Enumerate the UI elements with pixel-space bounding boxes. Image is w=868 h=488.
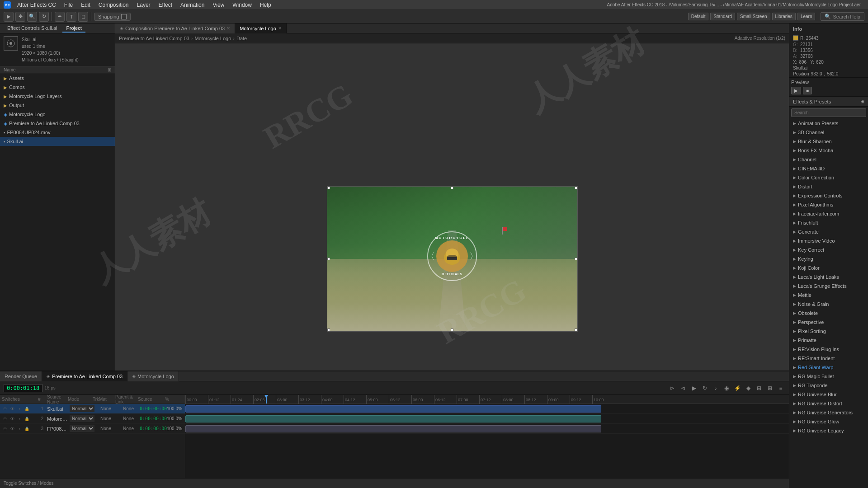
preset-learn[interactable]: Learn — [797, 13, 816, 20]
tl-btn-workarea[interactable]: ⊟ — [755, 384, 764, 393]
menu-layer[interactable]: Layer — [133, 1, 154, 9]
effect-category-20[interactable]: ▶Noise & Grain — [789, 300, 868, 309]
tool-move[interactable]: ✥ — [15, 12, 25, 22]
snapping-checkbox[interactable] — [121, 14, 127, 19]
layer-row-2[interactable]: ☉ 👁 ♪ 🔒 2 Motorcyclo Logo Normal None No… — [0, 414, 185, 424]
effect-category-21[interactable]: ▶Obsolete — [789, 309, 868, 318]
tl-tab-premiere[interactable]: ◈ Premiere to Ae Linked Comp 03 — [42, 371, 127, 381]
tool-text[interactable]: T — [66, 12, 76, 22]
timecode-display[interactable]: 0:00:01:18 — [4, 384, 42, 392]
effect-category-31[interactable]: ▶RG Universe Distort — [789, 399, 868, 408]
layer-1-mode-select[interactable]: Normal — [70, 405, 94, 412]
comp-tab-ml-label[interactable]: Motorcycle Logo — [240, 26, 276, 31]
comp-tab-ml[interactable]: Motorcycle Logo ✕ — [235, 23, 287, 33]
layer-1-audio[interactable]: ♪ — [16, 406, 23, 412]
effects-expand-icon[interactable]: ⊞ — [860, 99, 864, 104]
preset-smallscreen[interactable]: Small Screen — [737, 13, 770, 20]
tl-btn-cache[interactable]: ⚡ — [733, 384, 742, 393]
layer-1-lock[interactable]: 🔒 — [24, 406, 30, 412]
effect-category-23[interactable]: ▶Pixel Sorting — [789, 327, 868, 336]
layer-3-mode-select[interactable]: Normal — [70, 425, 94, 432]
layer-3-solo[interactable]: ☉ — [2, 426, 8, 432]
effect-category-5[interactable]: ▶CINEMA 4D — [789, 164, 868, 173]
layer-2-video[interactable]: 👁 — [9, 416, 15, 422]
tl-tab-render[interactable]: Render Queue — [0, 371, 42, 381]
effect-category-25[interactable]: ▶RE:Vision Plug-ins — [789, 345, 868, 354]
tool-pen[interactable]: ✒ — [55, 12, 65, 22]
effect-category-26[interactable]: ▶RE:Smart Indent — [789, 354, 868, 363]
comp-tab-premiere-label[interactable]: Composition Premiere to Ae Linked Comp 0… — [125, 26, 225, 31]
menu-help[interactable]: Help — [256, 1, 275, 9]
effect-category-32[interactable]: ▶RG Universe Generators — [789, 408, 868, 417]
effect-category-1[interactable]: ▶3D Channel — [789, 128, 868, 137]
effect-category-6[interactable]: ▶Color Correction — [789, 173, 868, 182]
menu-ae[interactable]: After Effects CC — [14, 1, 60, 9]
tl-tab-ml[interactable]: ◈ Motorcycle Logo — [127, 371, 179, 381]
menu-window[interactable]: Window — [229, 1, 255, 9]
effect-category-7[interactable]: ▶Distort — [789, 182, 868, 191]
tree-expand-icon[interactable]: ⊞ — [108, 67, 111, 72]
handle-ml[interactable] — [327, 258, 330, 260]
effect-category-2[interactable]: ▶Blur & Sharpen — [789, 137, 868, 146]
tl-btn-play-pause[interactable]: ▶ — [689, 384, 698, 393]
tree-item-ml[interactable]: ◈ Motorcycle Logo — [0, 110, 115, 119]
tree-item-skull[interactable]: ▪ Skull.ai — [0, 137, 115, 146]
tree-item-comps[interactable]: ▶ Comps — [0, 83, 115, 92]
layer-3-parent[interactable]: None — [117, 426, 140, 431]
tl-btn-audio[interactable]: ♪ — [711, 384, 720, 393]
preset-libraries[interactable]: Libraries — [772, 13, 796, 20]
comp-tab-close-ml[interactable]: ✕ — [278, 26, 282, 31]
tab-project[interactable]: Project — [62, 24, 85, 33]
tl-btn-end[interactable]: ⊲ — [679, 384, 688, 393]
effect-category-3[interactable]: ▶Boris FX Mocha — [789, 146, 868, 155]
effect-category-11[interactable]: ▶Frischluft — [789, 218, 868, 227]
tree-item-output[interactable]: ▶ Output — [0, 101, 115, 110]
effect-category-8[interactable]: ▶Expression Controls — [789, 191, 868, 200]
tool-rotate[interactable]: ↻ — [39, 12, 49, 22]
layer-row-1[interactable]: ☉ 👁 ♪ 🔒 1 Skull.ai Normal None None 0:00… — [0, 404, 185, 414]
effect-category-28[interactable]: ▶RG Magic Bullet — [789, 372, 868, 381]
effect-category-16[interactable]: ▶Koji Color — [789, 263, 868, 272]
effect-category-29[interactable]: ▶RG Trapcode — [789, 381, 868, 390]
menu-file[interactable]: File — [61, 1, 76, 9]
effect-category-30[interactable]: ▶RG Universe Blur — [789, 390, 868, 399]
effect-category-33[interactable]: ▶RG Universe Glow — [789, 417, 868, 426]
tl-btn-live[interactable]: ◉ — [722, 384, 731, 393]
tl-btn-layer[interactable]: ≡ — [776, 384, 785, 393]
preset-default[interactable]: Default — [688, 13, 709, 20]
search-bar[interactable]: 🔍 Search Help — [821, 12, 864, 21]
snapping-toggle[interactable]: Snapping — [94, 13, 131, 21]
handle-br[interactable] — [575, 328, 577, 331]
tree-item-assets[interactable]: ▶ Assets — [0, 74, 115, 83]
preset-standard[interactable]: Standard — [710, 13, 735, 20]
menu-effect[interactable]: Effect — [155, 1, 176, 9]
menu-view[interactable]: View — [209, 1, 228, 9]
effect-category-17[interactable]: ▶Luca's Light Leaks — [789, 272, 868, 282]
layer-3-video[interactable]: 👁 — [9, 426, 15, 432]
effect-category-24[interactable]: ▶Primatte — [789, 336, 868, 345]
layer-1-solo[interactable]: ☉ — [2, 406, 8, 412]
tl-btn-composition[interactable]: ⊞ — [765, 384, 774, 393]
handle-tm[interactable] — [451, 187, 453, 189]
layer-3-audio[interactable]: ♪ — [16, 426, 23, 432]
layer-3-lock[interactable]: 🔒 — [24, 426, 30, 432]
handle-tr[interactable] — [575, 187, 577, 189]
layer-3-name[interactable]: FP0084UP024.mov — [45, 426, 70, 432]
btn-preview-stop[interactable]: ■ — [803, 87, 812, 94]
effect-category-34[interactable]: ▶RG Universe Legacy — [789, 426, 868, 435]
tab-effect-controls[interactable]: Effect Controls Skull.ai — [4, 24, 61, 33]
menu-edit[interactable]: Edit — [77, 1, 94, 9]
effect-category-10[interactable]: ▶fraeciae-farler.com — [789, 209, 868, 218]
effect-category-22[interactable]: ▶Perspective — [789, 318, 868, 327]
menu-composition[interactable]: Composition — [95, 1, 132, 9]
layer-2-trimin[interactable]: None — [94, 416, 117, 421]
breadcrumb-premiere[interactable]: Premiere to Ae Linked Comp 03 — [119, 36, 189, 41]
effect-category-9[interactable]: ▶Pixel Algorithms — [789, 200, 868, 209]
tool-zoom[interactable]: 🔍 — [27, 12, 37, 22]
effect-category-15[interactable]: ▶Keying — [789, 254, 868, 263]
tool-select[interactable]: ▶ — [4, 12, 14, 22]
menu-animation[interactable]: Animation — [177, 1, 208, 9]
tl-btn-loop[interactable]: ↻ — [700, 384, 709, 393]
tree-item-mll[interactable]: ▶ Motorcycle Logo Layers — [0, 92, 115, 101]
tree-item-premiere[interactable]: ◈ Premiere to Ae Linked Comp 03 — [0, 119, 115, 128]
